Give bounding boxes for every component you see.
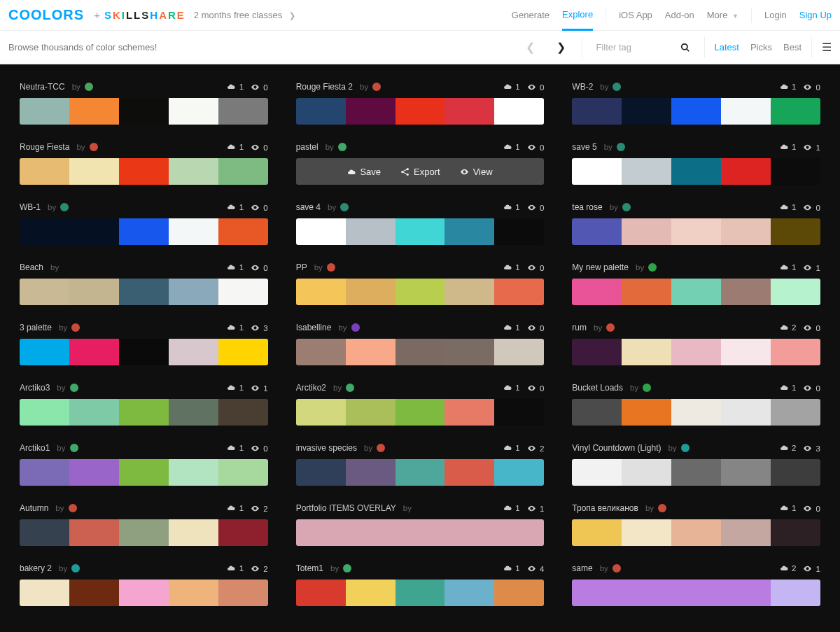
palette-card[interactable]: Beachby 1 0 (20, 262, 268, 305)
swatch-row[interactable] (296, 399, 545, 426)
swatch[interactable] (169, 580, 218, 606)
swatch[interactable] (346, 459, 396, 486)
palette-card[interactable]: Vinyl Countdown (Light)by 2 3 (572, 442, 820, 486)
swatch[interactable] (20, 98, 69, 125)
palette-card[interactable]: Arctiko2by 1 0 (296, 382, 545, 426)
swatch[interactable] (169, 459, 218, 486)
swatch[interactable] (622, 279, 671, 305)
swatch[interactable] (169, 519, 218, 546)
swatch-row[interactable] (20, 218, 268, 245)
swatch[interactable] (671, 459, 721, 486)
swatch[interactable] (218, 459, 268, 486)
swatch-row[interactable] (20, 339, 268, 365)
swatch[interactable] (296, 279, 346, 305)
palette-card[interactable]: WB-2by 1 0 (572, 81, 820, 125)
swatch[interactable] (20, 158, 69, 185)
author-avatar[interactable] (338, 143, 346, 151)
swatch[interactable] (20, 399, 69, 426)
swatch[interactable] (494, 279, 544, 305)
swatch[interactable] (119, 459, 169, 486)
swatch[interactable] (771, 339, 820, 365)
swatch[interactable] (296, 580, 346, 606)
swatch[interactable] (572, 218, 622, 245)
swatch[interactable] (771, 98, 820, 125)
swatch[interactable] (296, 218, 346, 245)
swatch[interactable] (671, 279, 721, 305)
palette-card[interactable]: Rouge Fiesta 2by 1 0 (296, 81, 545, 125)
palette-card[interactable]: Arctiko1by 1 0 (20, 442, 268, 486)
swatch[interactable] (20, 218, 69, 245)
swatch[interactable] (572, 580, 622, 606)
swatch[interactable] (20, 519, 69, 546)
swatch[interactable] (444, 98, 494, 125)
swatch[interactable] (572, 339, 622, 365)
swatch[interactable] (622, 580, 671, 606)
swatch-row[interactable] (572, 459, 820, 486)
palette-card[interactable]: Тропа великановby 1 0 (572, 503, 820, 546)
swatch[interactable] (296, 519, 346, 546)
swatch-row[interactable] (572, 399, 820, 426)
save-button[interactable]: Save (347, 167, 381, 177)
swatch[interactable] (346, 279, 396, 305)
swatch[interactable] (444, 218, 494, 245)
swatch[interactable] (444, 459, 494, 486)
author-avatar[interactable] (69, 504, 77, 512)
swatch-row[interactable] (572, 580, 820, 606)
author-avatar[interactable] (648, 263, 657, 272)
swatch-row[interactable] (296, 218, 545, 245)
swatch-row[interactable] (572, 158, 820, 185)
swatch[interactable] (622, 399, 671, 426)
swatch[interactable] (494, 339, 544, 365)
swatch[interactable] (572, 459, 622, 486)
swatch[interactable] (396, 459, 445, 486)
swatch[interactable] (396, 218, 445, 245)
swatch[interactable] (69, 339, 119, 365)
swatch[interactable] (218, 98, 268, 125)
palette-card[interactable]: save 4by 1 0 (296, 202, 545, 245)
author-avatar[interactable] (606, 323, 615, 332)
palette-card[interactable]: Portfolio ITEMS OVERLAYby 1 1 (296, 503, 545, 546)
filter-input[interactable] (596, 42, 673, 52)
swatch-row[interactable] (296, 519, 545, 546)
view-button[interactable]: View (460, 167, 493, 177)
author-avatar[interactable] (340, 203, 349, 211)
swatch[interactable] (396, 519, 445, 546)
swatch[interactable] (494, 459, 544, 486)
swatch-row[interactable] (20, 459, 268, 486)
swatch-row[interactable] (296, 459, 545, 486)
swatch[interactable] (396, 98, 445, 125)
swatch-row[interactable] (296, 339, 545, 365)
author-avatar[interactable] (612, 83, 621, 91)
swatch-row[interactable] (20, 98, 268, 125)
nav-explore[interactable]: Explore (562, 9, 593, 31)
swatch[interactable] (169, 218, 218, 245)
author-avatar[interactable] (71, 323, 80, 332)
swatch[interactable] (721, 98, 771, 125)
swatch[interactable] (771, 279, 820, 305)
swatch[interactable] (396, 580, 445, 606)
swatch[interactable] (119, 339, 169, 365)
swatch[interactable] (622, 339, 671, 365)
nav-more[interactable]: More ▼ (707, 10, 738, 20)
swatch[interactable] (771, 158, 820, 185)
author-avatar[interactable] (372, 83, 381, 91)
swatch[interactable] (721, 459, 771, 486)
swatch[interactable] (20, 339, 69, 365)
swatch[interactable] (218, 218, 268, 245)
palette-card[interactable]: Autumnby 1 2 (20, 503, 268, 546)
swatch[interactable] (771, 399, 820, 426)
swatch[interactable] (169, 279, 218, 305)
nav-generate[interactable]: Generate (512, 10, 550, 20)
swatch[interactable] (218, 580, 268, 606)
swatch[interactable] (69, 459, 119, 486)
nav-addon[interactable]: Add-on (665, 10, 694, 20)
skillshare-logo[interactable]: SKILLSHARE (104, 9, 186, 21)
logo[interactable]: COOLORS (8, 7, 84, 23)
palette-card[interactable]: save 5by 1 1 (572, 141, 820, 185)
swatch[interactable] (494, 580, 544, 606)
swatch[interactable] (671, 519, 721, 546)
author-avatar[interactable] (377, 444, 385, 452)
swatch[interactable] (572, 519, 622, 546)
author-avatar[interactable] (60, 203, 69, 211)
author-avatar[interactable] (90, 143, 98, 151)
